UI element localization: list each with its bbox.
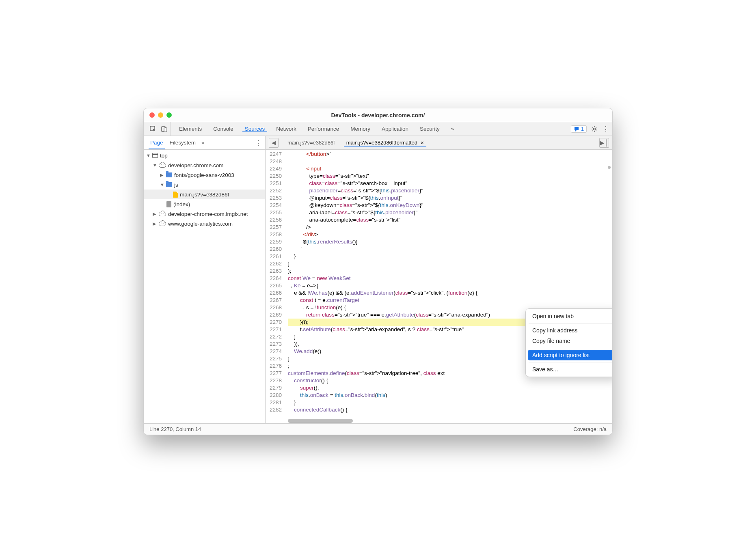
panel-security[interactable]: Security: [414, 126, 445, 132]
traffic-lights: [149, 112, 172, 118]
panel-memory[interactable]: Memory: [345, 126, 376, 132]
tree-fonts[interactable]: ▶fonts/google-sans-v2003: [144, 170, 265, 180]
settings-icon[interactable]: [591, 125, 598, 133]
show-debugger-icon[interactable]: ▶│: [599, 138, 609, 148]
vertical-scrollbar[interactable]: [608, 166, 611, 169]
js-file-icon: [173, 192, 178, 198]
kebab-menu-icon[interactable]: ⋮: [602, 125, 609, 134]
separator: [529, 323, 613, 323]
more-side-tabs-icon[interactable]: »: [201, 140, 205, 146]
cursor-position: Line 2270, Column 14: [149, 426, 201, 432]
content-area: Page Filesystem » ⋮ ▼top ▼developer.chro…: [144, 136, 612, 423]
more-tabs-icon[interactable]: »: [445, 126, 460, 132]
file-tab-1[interactable]: main.js?v=e382d86f: [282, 140, 341, 146]
minimize-window-button[interactable]: [158, 112, 163, 118]
page-tab[interactable]: Page: [147, 140, 166, 146]
panel-console[interactable]: Console: [207, 126, 239, 132]
main-tabbar: ElementsConsoleSourcesNetworkPerformance…: [144, 122, 612, 136]
ctx-save-as[interactable]: Save as…: [528, 364, 613, 375]
tree-top[interactable]: ▼top: [144, 151, 265, 160]
file-tree: ▼top ▼developer.chrome.com ▶fonts/google…: [144, 150, 265, 423]
horizontal-scrollbar[interactable]: [288, 419, 353, 423]
titlebar: DevTools - developer.chrome.com/: [144, 108, 612, 122]
filesystem-tab[interactable]: Filesystem: [166, 140, 199, 146]
ctx-copy-filename[interactable]: Copy file name: [528, 336, 613, 346]
cloud-icon: [159, 163, 166, 168]
frame-icon: [152, 153, 158, 158]
inspect-icon[interactable]: [149, 125, 157, 133]
file-tab-2[interactable]: main.js?v=e382d86f:formatted×: [341, 140, 430, 146]
close-window-button[interactable]: [149, 112, 155, 118]
cloud-icon: [159, 212, 166, 216]
folder-icon: [166, 172, 172, 177]
panel-performance[interactable]: Performance: [302, 126, 345, 132]
panel-application[interactable]: Application: [376, 126, 414, 132]
navigator-tabs: Page Filesystem » ⋮: [144, 136, 265, 150]
issues-counter[interactable]: 1: [571, 125, 587, 133]
file-tabs: ◀ main.js?v=e382d86f main.js?v=e382d86f:…: [266, 136, 612, 150]
close-tab-icon[interactable]: ×: [421, 140, 424, 146]
separator: [529, 362, 613, 362]
panel-sources[interactable]: Sources: [239, 126, 271, 132]
tree-index[interactable]: (index): [144, 199, 265, 209]
tree-ga[interactable]: ▶www.google-analytics.com: [144, 219, 265, 228]
panel-elements[interactable]: Elements: [173, 126, 207, 132]
window-title: DevTools - developer.chrome.com/: [144, 112, 612, 119]
code-area[interactable]: 2247224822492250225122522253225422552256…: [266, 150, 612, 423]
ctx-add-ignore-list[interactable]: Add script to ignore list: [528, 350, 613, 360]
cloud-icon: [159, 222, 166, 226]
navigator-sidebar: Page Filesystem » ⋮ ▼top ▼developer.chro…: [144, 136, 266, 423]
tree-domain[interactable]: ▼developer.chrome.com: [144, 160, 265, 170]
svg-rect-2: [164, 128, 167, 132]
ctx-open-new-tab[interactable]: Open in new tab: [528, 311, 613, 321]
line-gutter: 2247224822492250225122522253225422552256…: [266, 150, 286, 423]
devtools-window: DevTools - developer.chrome.com/ Element…: [143, 108, 613, 435]
document-icon: [166, 201, 171, 207]
tree-js[interactable]: ▼js: [144, 180, 265, 190]
ctx-copy-link[interactable]: Copy link address: [528, 325, 613, 336]
tree-mainjs[interactable]: main.js?v=e382d86f: [144, 190, 265, 199]
context-menu: Open in new tab Copy link address Copy f…: [525, 308, 613, 377]
folder-icon: [166, 182, 172, 187]
issues-count: 1: [581, 126, 584, 132]
panel-network[interactable]: Network: [270, 126, 302, 132]
separator: [529, 348, 613, 348]
nav-back-icon[interactable]: ◀: [269, 138, 279, 148]
status-bar: Line 2270, Column 14 Coverage: n/a: [144, 423, 612, 435]
tree-imgix[interactable]: ▶developer-chrome-com.imgix.net: [144, 209, 265, 219]
sidebar-menu-icon[interactable]: ⋮: [255, 138, 262, 147]
editor: ◀ main.js?v=e382d86f main.js?v=e382d86f:…: [266, 136, 612, 423]
svg-point-3: [594, 128, 596, 130]
coverage-status: Coverage: n/a: [573, 426, 607, 432]
device-toggle-icon[interactable]: [161, 125, 168, 133]
zoom-window-button[interactable]: [166, 112, 172, 118]
source-text[interactable]: </button>` <input type=class="s-str">"te…: [286, 150, 612, 423]
